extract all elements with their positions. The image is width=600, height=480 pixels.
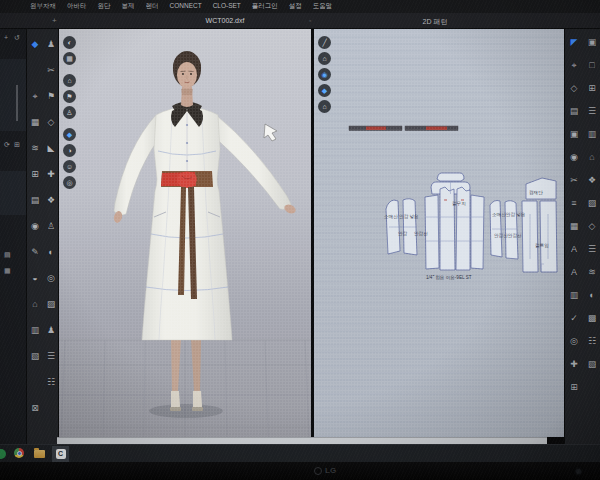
menu-item-6[interactable]: CONNECT bbox=[170, 2, 202, 11]
tool-line[interactable]: ☰ bbox=[588, 107, 596, 116]
front-center-left-panel[interactable] bbox=[440, 187, 455, 270]
tool-select[interactable]: ⌖ bbox=[32, 92, 37, 101]
tool-internal-line[interactable]: ≡ bbox=[571, 199, 576, 208]
tool-text-b[interactable]: A bbox=[571, 268, 577, 277]
panel-b-icon[interactable]: ▦ bbox=[4, 267, 11, 274]
tool-circle-tool[interactable]: ◎ bbox=[570, 337, 578, 346]
show-annotations-button[interactable]: ⌂ bbox=[318, 100, 331, 113]
menu-item-2[interactable]: 아바타 bbox=[67, 2, 87, 11]
show-patterns-button[interactable]: ⌂ bbox=[318, 52, 331, 65]
system-tray-app-icon[interactable] bbox=[0, 449, 6, 459]
tool-layout[interactable]: ☷ bbox=[588, 337, 596, 346]
show-pins-button[interactable]: ⚑ bbox=[63, 90, 76, 103]
tool-layers[interactable]: ▤ bbox=[31, 196, 40, 205]
tool-pen-3d[interactable]: ✎ bbox=[31, 248, 39, 257]
show-texture-button[interactable]: ◑ bbox=[63, 144, 76, 157]
tool-trace[interactable]: ✂ bbox=[570, 176, 578, 185]
2d-view-tab[interactable]: 2D 패턴 bbox=[400, 17, 470, 27]
menu-item-8[interactable]: 플러그인 bbox=[252, 2, 278, 11]
tool-grid-2d[interactable]: ⊞ bbox=[570, 383, 578, 392]
file-explorer-icon[interactable] bbox=[34, 450, 45, 458]
tool-seam-allowance[interactable]: ❖ bbox=[588, 176, 596, 185]
back-yoke-piece[interactable] bbox=[526, 178, 556, 199]
avatar[interactable] bbox=[113, 51, 298, 411]
tool-figure[interactable]: ♟ bbox=[47, 326, 55, 335]
undo-icon[interactable]: ↺ bbox=[14, 34, 20, 41]
show-seamlines-button[interactable]: ╱ bbox=[318, 36, 331, 49]
tool-text-a[interactable]: A bbox=[571, 245, 577, 254]
show-fabric-2d-button[interactable]: ◆ bbox=[318, 84, 331, 97]
tool-shade[interactable]: ◐ bbox=[48, 248, 53, 257]
tool-pleat[interactable]: ◇ bbox=[589, 222, 596, 231]
menu-item-9[interactable]: 설정 bbox=[289, 2, 302, 11]
menu-item-7[interactable]: CLO-SET bbox=[213, 2, 241, 11]
3d-viewport[interactable]: ◐▦⌂⚑♙◆◑☺◎ bbox=[59, 29, 311, 437]
tool-add-point[interactable]: □ bbox=[589, 61, 594, 70]
tool-fabric[interactable]: ▦ bbox=[31, 118, 40, 127]
new-tab-button[interactable]: + bbox=[52, 16, 57, 25]
sync-icon[interactable]: ⟳ bbox=[4, 141, 10, 148]
tool-rectangle[interactable]: ▤ bbox=[570, 107, 579, 116]
grid-view-icon[interactable]: ⊞ bbox=[14, 141, 20, 148]
tool-fold[interactable]: ◣ bbox=[48, 144, 55, 153]
show-grading-button[interactable]: ◉ bbox=[318, 68, 331, 81]
tool-simulate[interactable]: ◆ bbox=[32, 40, 39, 49]
tool-transform-pattern[interactable]: ◤ bbox=[571, 38, 578, 47]
tool-polygon[interactable]: ⊞ bbox=[588, 84, 596, 93]
file-tab[interactable]: WCT002.dxf bbox=[168, 17, 282, 24]
tool-measure[interactable]: ⊠ bbox=[31, 404, 39, 413]
add-icon[interactable]: + bbox=[4, 34, 8, 41]
menu-item-10[interactable]: 도움말 bbox=[313, 2, 333, 11]
front-center-right-panel[interactable] bbox=[456, 187, 470, 270]
tool-half-tone[interactable]: ◐ bbox=[589, 291, 594, 300]
tool-pattern-copy[interactable]: ⌂ bbox=[589, 153, 594, 162]
show-avatar-button[interactable]: ♙ bbox=[63, 106, 76, 119]
tool-dart[interactable]: ▣ bbox=[570, 130, 579, 139]
menu-item-3[interactable]: 원단 bbox=[98, 2, 111, 11]
tool-tack[interactable]: ◇ bbox=[48, 118, 55, 127]
tool-edit-pattern[interactable]: ▣ bbox=[588, 38, 597, 47]
tool-plus-tool[interactable]: ✚ bbox=[570, 360, 578, 369]
show-garment-button[interactable]: ⌂ bbox=[63, 74, 76, 87]
menu-item-1[interactable]: 원부자재 bbox=[30, 2, 56, 11]
tool-grid[interactable]: ⊞ bbox=[31, 170, 39, 179]
view-options-button[interactable]: ◎ bbox=[63, 176, 76, 189]
collar-piece-upper[interactable] bbox=[437, 173, 464, 181]
sleeve-right-piece-1[interactable] bbox=[490, 201, 502, 258]
coat-sleeve-right[interactable] bbox=[210, 115, 291, 209]
tool-rows[interactable]: ▥ bbox=[31, 326, 40, 335]
front-side-right-panel[interactable] bbox=[471, 195, 484, 269]
tool-hatch[interactable]: ▨ bbox=[47, 300, 56, 309]
chrome-browser-icon[interactable] bbox=[14, 448, 24, 458]
tool-curve[interactable]: ◇ bbox=[571, 84, 578, 93]
pane-options-icon[interactable]: ◦ bbox=[309, 17, 311, 24]
tool-baseline[interactable]: ☰ bbox=[588, 245, 596, 254]
render-style-button[interactable]: ◐ bbox=[63, 36, 76, 49]
tool-steam[interactable]: ≋ bbox=[31, 144, 39, 153]
tool-notch[interactable]: ▥ bbox=[588, 130, 597, 139]
tool-target[interactable]: ◎ bbox=[47, 274, 55, 283]
tool-sphere[interactable]: ◒ bbox=[32, 274, 37, 283]
belt-pattern-strips[interactable] bbox=[349, 126, 458, 131]
tool-avatar-pose[interactable]: ♟ bbox=[47, 40, 55, 49]
back-panel-right[interactable] bbox=[540, 201, 557, 272]
tool-add[interactable]: ✚ bbox=[47, 170, 55, 179]
tool-fill[interactable]: ▩ bbox=[588, 314, 597, 323]
menu-item-5[interactable]: 렌더 bbox=[146, 2, 159, 11]
2d-viewport[interactable]: ╱⌂◉◆⌂ bbox=[314, 29, 564, 437]
tool-shading[interactable]: ▨ bbox=[588, 199, 597, 208]
tool-check[interactable]: ✓ bbox=[570, 314, 578, 323]
tool-solidify[interactable]: ❖ bbox=[47, 196, 55, 205]
scrollbar-thumb[interactable] bbox=[16, 85, 18, 121]
tool-buttonhole[interactable]: ◉ bbox=[570, 153, 578, 162]
tool-texture[interactable]: ▧ bbox=[31, 352, 40, 361]
avatar-light-button[interactable]: ☺ bbox=[63, 160, 76, 173]
tool-bind[interactable]: ▥ bbox=[570, 291, 579, 300]
tool-stack[interactable]: ☷ bbox=[47, 378, 55, 387]
tool-mannequin[interactable]: ♙ bbox=[47, 222, 55, 231]
tool-elastic[interactable]: ≋ bbox=[588, 268, 596, 277]
tool-button[interactable]: ◉ bbox=[31, 222, 39, 231]
tool-pin[interactable]: ⚑ bbox=[47, 92, 55, 101]
menu-item-4[interactable]: 봉제 bbox=[122, 2, 135, 11]
clo-3d-taskbar-icon[interactable]: C bbox=[52, 446, 69, 462]
